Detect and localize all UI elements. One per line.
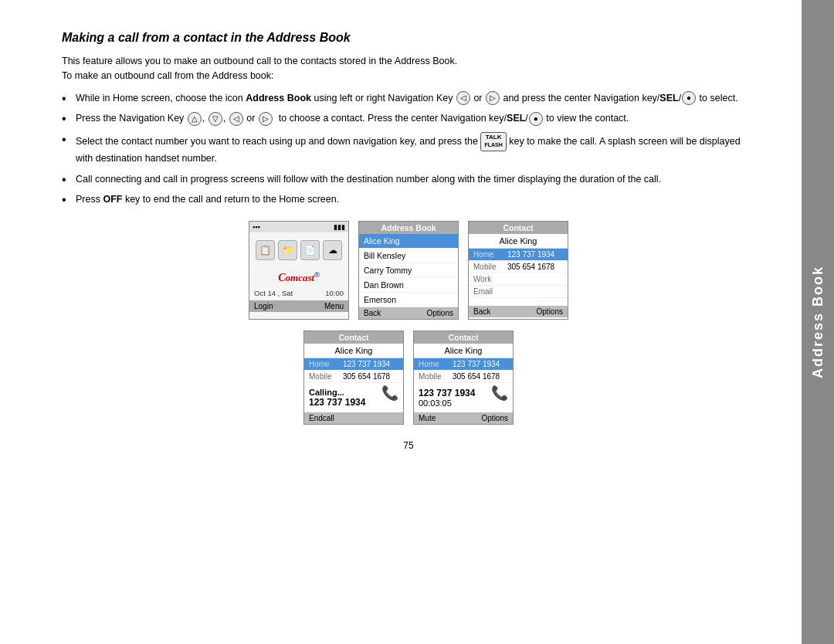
contact-footer-1: Back Options bbox=[469, 306, 568, 317]
app-icon-3: 📄 bbox=[300, 240, 320, 260]
calling-footer: Endcall bbox=[304, 412, 403, 424]
field-value-mobile: 305 654 1678 bbox=[507, 263, 554, 271]
calling-number-text: 123 737 1934 bbox=[309, 397, 365, 408]
bullet-5: Press OFF key to end the call and return… bbox=[76, 192, 755, 207]
in-call-label-mobile: Mobile bbox=[419, 372, 449, 381]
sidebar-tab: Address Book bbox=[802, 0, 834, 644]
in-call-number: 123 737 1934 bbox=[419, 388, 475, 398]
contact-screen-1: Contact Alice King Home 123 737 1934 Mob… bbox=[468, 221, 568, 320]
home-date-row: Oct 14 , Sat 10:00 bbox=[249, 287, 348, 300]
bullet-dot: • bbox=[62, 174, 76, 186]
app-icon-4: ☁ bbox=[323, 240, 342, 260]
ab-footer-options: Options bbox=[427, 309, 453, 317]
contact-field-home: Home 123 737 1934 bbox=[469, 249, 568, 261]
ab-footer: Back Options bbox=[359, 307, 458, 319]
home-footer-menu: Menu bbox=[324, 302, 344, 310]
calling-screen: Contact Alice King Home 123 737 1934 Mob… bbox=[303, 330, 404, 425]
calling-field-home: Home 123 737 1934 bbox=[304, 358, 403, 371]
field-label-email: Email bbox=[473, 287, 504, 296]
calling-label-home: Home bbox=[309, 360, 340, 368]
ab-row-2: Bill Kensley bbox=[359, 249, 458, 263]
contact-footer-options-1: Options bbox=[537, 307, 563, 316]
calling-field-mobile: Mobile 305 654 1678 bbox=[304, 371, 403, 383]
calling-header: Contact bbox=[304, 331, 403, 344]
nav-up-icon: △ bbox=[188, 112, 202, 126]
screens-row-1: ▪▪▪ ▮▮▮ 📋 📁 📄 ☁ Comcast® Oct 14 , Sat 10… bbox=[62, 221, 755, 320]
page-number: 75 bbox=[62, 440, 755, 451]
home-signal-icon: ▪▪▪ bbox=[253, 223, 260, 231]
home-screen: ▪▪▪ ▮▮▮ 📋 📁 📄 ☁ Comcast® Oct 14 , Sat 10… bbox=[249, 221, 349, 320]
ab-row-3: Carry Tommy bbox=[359, 263, 458, 278]
in-call-screen: Contact Alice King Home 123 737 1934 Mob… bbox=[413, 330, 514, 425]
bullet-dot: • bbox=[62, 113, 76, 125]
home-icons-row: 📋 📁 📄 ☁ bbox=[249, 232, 348, 268]
handset-icon-in-call: 📞 bbox=[491, 385, 508, 402]
home-time: 10:00 bbox=[325, 289, 344, 297]
bullet-1: While in Home screen, choose the icon Ad… bbox=[76, 91, 755, 106]
nav-lf-icon: ◁ bbox=[229, 112, 243, 126]
list-item: • While in Home screen, choose the icon … bbox=[62, 91, 755, 106]
contact-field-mobile: Mobile 305 654 1678 bbox=[469, 261, 568, 273]
home-footer-login: Login bbox=[254, 302, 273, 310]
ab-footer-back: Back bbox=[364, 309, 381, 317]
list-item: • Press OFF key to end the call and retu… bbox=[62, 192, 755, 207]
calling-label-mobile: Mobile bbox=[309, 372, 340, 381]
bullet-dot: • bbox=[62, 93, 76, 105]
in-call-field-mobile: Mobile 305 654 1678 bbox=[414, 371, 513, 383]
ab-row-4: Dan Brown bbox=[359, 278, 458, 293]
field-label-home: Home bbox=[473, 250, 504, 259]
main-content: Making a call from a contact in the Addr… bbox=[0, 0, 802, 482]
bullet-dot: • bbox=[62, 194, 76, 206]
nav-right-icon: ▷ bbox=[486, 91, 500, 105]
talk-flash-icon: TALKFLASH bbox=[480, 132, 506, 151]
in-call-field-home: Home 123 737 1934 bbox=[414, 358, 513, 371]
home-footer: Login Menu bbox=[249, 300, 348, 312]
in-call-footer: Mute Options bbox=[414, 412, 513, 424]
home-top-bar: ▪▪▪ ▮▮▮ bbox=[249, 222, 348, 232]
in-call-section: 123 737 1934 00:03:05 📞 bbox=[414, 383, 513, 412]
bullet-dot: • bbox=[62, 134, 76, 146]
contact-footer-back-1: Back bbox=[473, 307, 490, 316]
contact-header-1: Contact bbox=[469, 222, 568, 234]
intro-line-2: To make an outbound call from the Addres… bbox=[62, 70, 273, 81]
bullet-list: • While in Home screen, choose the icon … bbox=[62, 91, 755, 208]
page-title: Making a call from a contact in the Addr… bbox=[62, 31, 755, 45]
home-battery-icon: ▮▮▮ bbox=[334, 223, 345, 231]
in-call-footer-options: Options bbox=[482, 414, 508, 422]
list-item: • Call connecting and call in progress s… bbox=[62, 172, 755, 187]
in-call-footer-mute: Mute bbox=[419, 414, 436, 422]
calling-contact-name: Alice King bbox=[304, 344, 403, 358]
app-icon-1: 📋 bbox=[256, 240, 275, 260]
contact-field-work: Work bbox=[469, 273, 568, 286]
app-icon-2: 📁 bbox=[278, 240, 297, 260]
in-call-timer: 00:03:05 bbox=[419, 398, 475, 408]
intro-line-1: This feature allows you to make an outbo… bbox=[62, 56, 457, 66]
ab-row-5: Emerson bbox=[359, 293, 458, 307]
bullet-2: Press the Navigation Key △, ▽, ◁ or ▷ to… bbox=[76, 111, 755, 126]
list-item: • Press the Navigation Key △, ▽, ◁ or ▷ … bbox=[62, 111, 755, 126]
bullet-4: Call connecting and call in progress scr… bbox=[76, 172, 755, 187]
handset-icon-calling: 📞 bbox=[381, 385, 398, 402]
nav-dn-icon: ▽ bbox=[208, 112, 222, 126]
sel-icon-2: ● bbox=[529, 112, 543, 126]
address-book-screen: Address Book Alice King Bill Kensley Car… bbox=[358, 221, 459, 320]
in-call-label-home: Home bbox=[419, 360, 449, 368]
comcast-logo: Comcast® bbox=[249, 268, 348, 287]
calling-value-home: 123 737 1934 bbox=[343, 360, 390, 368]
intro-text: This feature allows you to make an outbo… bbox=[62, 54, 755, 83]
in-call-contact-name: Alice King bbox=[414, 344, 513, 358]
field-label-work: Work bbox=[473, 275, 504, 283]
contact-name-1: Alice King bbox=[469, 234, 568, 249]
nav-rt-icon: ▷ bbox=[259, 112, 273, 126]
sidebar-label: Address Book bbox=[810, 266, 826, 378]
ab-row-1: Alice King bbox=[359, 234, 458, 249]
contact-field-email: Email bbox=[469, 286, 568, 298]
in-call-value-mobile: 305 654 1678 bbox=[453, 372, 500, 381]
ab-header: Address Book bbox=[359, 222, 458, 234]
screens-row-2: Contact Alice King Home 123 737 1934 Mob… bbox=[62, 330, 755, 425]
field-label-mobile: Mobile bbox=[473, 263, 504, 271]
in-call-header: Contact bbox=[414, 331, 513, 344]
calling-label-text: Calling... bbox=[309, 388, 365, 397]
in-call-value-home: 123 737 1934 bbox=[453, 360, 500, 368]
nav-left-icon: ◁ bbox=[456, 91, 470, 105]
